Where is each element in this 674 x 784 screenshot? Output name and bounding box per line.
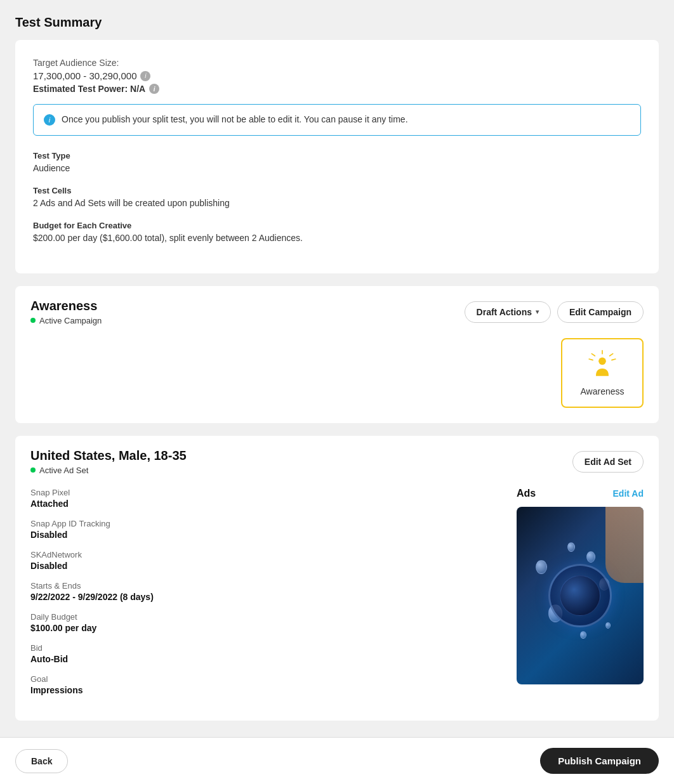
adset-status-dot (30, 467, 36, 473)
adset-body: Snap Pixel Attached Snap App ID Tracking… (15, 475, 659, 721)
adset-detail-label: Starts & Ends (30, 581, 496, 591)
campaign-section: Awareness Active Campaign Draft Actions … (15, 286, 659, 423)
campaign-status-label: Active Campaign (39, 316, 102, 325)
info-banner-text: Once you publish your split test, you wi… (62, 114, 408, 126)
adset-detail-row: Snap Pixel Attached (30, 488, 496, 509)
edit-ad-set-button[interactable]: Edit Ad Set (572, 451, 644, 473)
ad-image-container: CB City Boutique Try our latest fashions… (517, 507, 644, 684)
adset-detail-value: 9/22/2022 - 9/29/2022 (8 days) (30, 592, 496, 602)
adset-detail-row: Daily Budget $100.00 per day (30, 612, 496, 633)
svg-point-0 (598, 357, 606, 365)
edit-campaign-button[interactable]: Edit Campaign (557, 301, 644, 323)
adset-detail-row: SKAdNetwork Disabled (30, 550, 496, 571)
page-title: Test Summary (15, 15, 659, 30)
adset-detail-row: Goal Impressions (30, 674, 496, 695)
ads-panel: Ads Edit Ad CB City Boutique Try our lat… (517, 488, 644, 705)
test-cells-label: Test Cells (33, 186, 641, 195)
edit-ad-link[interactable]: Edit Ad (613, 488, 644, 499)
campaign-status-badge: Active Campaign (30, 316, 102, 325)
awareness-card-label: Awareness (580, 386, 624, 396)
info-banner-icon: i (44, 114, 55, 126)
budget-per-creative-value: $200.00 per day ($1,600.00 total), split… (33, 233, 641, 243)
svg-line-4 (589, 359, 593, 360)
test-summary-card: Target Audience Size: 17,300,000 - 30,29… (15, 40, 659, 273)
test-type-section: Test Type Audience (33, 151, 641, 173)
campaign-status-dot (30, 318, 36, 323)
adset-detail-value: Disabled (30, 530, 496, 540)
adset-detail-label: SKAdNetwork (30, 550, 496, 559)
adset-detail-row: Starts & Ends 9/22/2022 - 9/29/2022 (8 d… (30, 581, 496, 602)
adset-detail-row: Bid Auto-Bid (30, 643, 496, 664)
ads-panel-title: Ads (517, 488, 536, 499)
test-cells-section: Test Cells 2 Ads and Ad Sets will be cre… (33, 186, 641, 208)
back-button[interactable]: Back (15, 749, 68, 773)
campaign-body: Awareness (15, 325, 659, 423)
hand-decoration (605, 507, 644, 583)
adset-detail-label: Snap Pixel (30, 488, 496, 497)
adset-detail-value: Auto-Bid (30, 654, 496, 664)
svg-line-1 (610, 353, 613, 355)
adset-header: United States, Male, 18-35 Active Ad Set… (15, 436, 659, 475)
publish-campaign-button[interactable]: Publish Campaign (540, 748, 659, 774)
adset-detail-row: Snap App ID Tracking Disabled (30, 519, 496, 540)
campaign-name: Awareness (30, 299, 102, 313)
adset-detail-label: Bid (30, 643, 496, 653)
audience-info-icon[interactable]: i (140, 71, 150, 81)
test-type-value: Audience (33, 163, 641, 173)
adset-detail-label: Goal (30, 674, 496, 684)
budget-per-creative-label: Budget for Each Creative (33, 221, 641, 230)
draft-actions-button[interactable]: Draft Actions ▾ (465, 301, 551, 323)
test-cells-value: 2 Ads and Ad Sets will be created upon p… (33, 198, 641, 208)
chevron-down-icon: ▾ (536, 308, 539, 315)
adset-section: United States, Male, 18-35 Active Ad Set… (15, 436, 659, 721)
adset-detail-value: Impressions (30, 685, 496, 695)
awareness-card: Awareness (561, 338, 644, 408)
estimated-power: Estimated Test Power: N/A i (33, 84, 641, 94)
estimated-power-info-icon[interactable]: i (149, 84, 159, 94)
awareness-icon (586, 350, 618, 381)
ad-image (517, 507, 644, 684)
adset-details: Snap Pixel Attached Snap App ID Tracking… (30, 488, 496, 705)
footer: Back Publish Campaign (0, 737, 674, 784)
info-banner: i Once you publish your split test, you … (33, 104, 641, 136)
adset-status-label: Active Ad Set (39, 466, 88, 475)
target-audience-label: Target Audience Size: (33, 58, 641, 68)
adset-status-badge: Active Ad Set (30, 466, 187, 475)
adset-detail-label: Daily Budget (30, 612, 496, 622)
adset-detail-value: Attached (30, 499, 496, 509)
lens-decoration (548, 564, 612, 627)
adset-detail-value: Disabled (30, 561, 496, 571)
adset-detail-label: Snap App ID Tracking (30, 519, 496, 528)
svg-line-2 (612, 359, 616, 360)
audience-range: 17,300,000 - 30,290,000 i (33, 70, 641, 81)
adset-detail-value: $100.00 per day (30, 623, 496, 633)
test-type-label: Test Type (33, 151, 641, 160)
adset-name: United States, Male, 18-35 (30, 448, 187, 463)
campaign-header: Awareness Active Campaign Draft Actions … (15, 286, 659, 325)
svg-line-3 (591, 353, 595, 355)
budget-per-creative-section: Budget for Each Creative $200.00 per day… (33, 221, 641, 243)
